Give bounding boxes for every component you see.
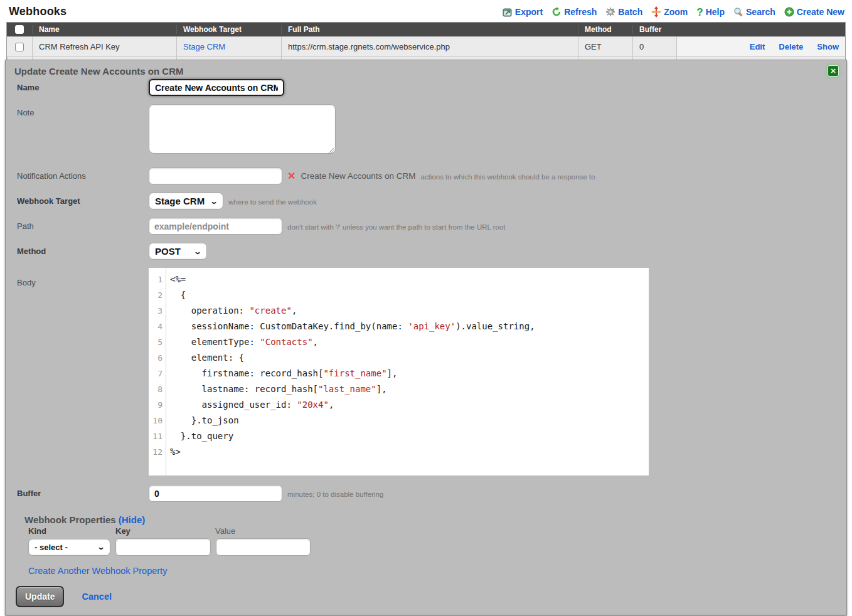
hide-properties-link[interactable]: (Hide) <box>119 514 146 525</box>
line-number: 1 <box>149 272 166 287</box>
webhooks-page: Webhooks Export Refresh Batch Zoom ? Hel… <box>0 0 852 616</box>
buffer-label: Buffer <box>17 485 149 498</box>
chevron-down-icon: ⌄ <box>210 197 218 206</box>
webhook-target-select[interactable]: Stage CRM ⌄ <box>149 193 223 210</box>
row-method: GET <box>578 37 632 56</box>
create-new-button[interactable]: Create New <box>784 7 844 17</box>
edit-link[interactable]: Edit <box>750 42 765 51</box>
line-number: 8 <box>149 381 166 397</box>
help-button[interactable]: ? Help <box>696 7 725 18</box>
webhooks-table: Name Webhook Target Full Path Method Buf… <box>6 22 846 60</box>
column-header-path: Full Path <box>281 25 578 34</box>
line-number: 2 <box>149 287 166 303</box>
refresh-button[interactable]: Refresh <box>551 7 597 17</box>
note-textarea[interactable] <box>149 104 336 154</box>
top-bar: Webhooks Export Refresh Batch Zoom ? Hel… <box>0 0 852 22</box>
cancel-link[interactable]: Cancel <box>82 592 112 602</box>
help-question-icon: ? <box>696 7 703 18</box>
line-number: 7 <box>149 366 166 381</box>
code-line[interactable]: elementType: "Contacts", <box>170 334 649 350</box>
row-buffer: 0 <box>632 37 676 56</box>
search-button[interactable]: Search <box>733 7 775 17</box>
zoom-arrows-icon <box>651 6 661 18</box>
column-header-method: Method <box>578 25 632 34</box>
batch-gear-icon <box>605 7 615 17</box>
update-webhook-panel: Update Create New Accounts on CRM ✕ Name… <box>5 60 847 615</box>
row-target-link[interactable]: Stage CRM <box>183 42 225 51</box>
column-header-target: Webhook Target <box>176 25 281 34</box>
code-line[interactable]: lastname: record_hash["last_name"], <box>170 381 649 397</box>
row-name: CRM Refresh API Key <box>32 37 176 56</box>
kind-label: Kind <box>28 526 115 536</box>
name-label: Name <box>17 79 149 92</box>
chevron-down-icon: ⌄ <box>193 247 201 256</box>
export-icon <box>503 8 513 17</box>
table-row: CRM Refresh API Key Stage CRM https://cr… <box>7 36 845 56</box>
column-header-name: Name <box>32 25 176 34</box>
page-title: Webhooks <box>9 5 67 18</box>
code-line[interactable]: <%= <box>170 272 649 287</box>
code-line[interactable]: element: { <box>170 350 649 366</box>
line-number: 9 <box>149 397 166 413</box>
panel-title: Update Create New Accounts on CRM <box>14 66 183 77</box>
code-content[interactable]: <%= { operation: "create", sessionName: … <box>166 268 649 475</box>
note-label: Note <box>17 104 149 117</box>
zoom-button[interactable]: Zoom <box>651 6 688 18</box>
value-label: Value <box>215 526 235 536</box>
select-all-checkbox[interactable] <box>15 25 24 34</box>
line-number-gutter: 123456789101112 <box>149 268 166 475</box>
path-hint: don't start with '/' unless you want the… <box>287 221 506 231</box>
toolbar: Export Refresh Batch Zoom ? Help Search <box>503 5 844 18</box>
webhook-properties-heading: Webhook Properties (Hide) <box>6 508 846 526</box>
show-link[interactable]: Show <box>817 42 839 51</box>
close-panel-button[interactable]: ✕ <box>828 65 839 77</box>
notification-action-selected: Create New Accounts on CRM <box>301 171 415 181</box>
buffer-input[interactable] <box>149 485 282 502</box>
row-checkbox[interactable] <box>15 43 24 51</box>
row-full-path: https://crm.stage.rgnets.com/webservice.… <box>281 37 578 56</box>
key-input[interactable] <box>115 538 211 556</box>
batch-button[interactable]: Batch <box>605 7 642 17</box>
notification-actions-label: Notification Actions <box>17 167 149 181</box>
code-line[interactable]: }.to_query <box>170 428 649 444</box>
create-new-plus-icon <box>784 7 794 17</box>
body-code-editor[interactable]: 123456789101112 <%= { operation: "create… <box>149 268 649 475</box>
code-line[interactable]: %> <box>170 444 649 460</box>
code-line[interactable]: operation: "create", <box>170 303 649 319</box>
table-header-row: Name Webhook Target Full Path Method Buf… <box>7 23 845 36</box>
code-line[interactable]: sessionName: CustomDataKey.find_by(name:… <box>170 319 649 334</box>
kind-select[interactable]: - select - ⌄ <box>28 539 110 556</box>
method-label: Method <box>17 243 149 256</box>
line-number: 3 <box>149 303 166 319</box>
line-number: 4 <box>149 319 166 334</box>
key-label: Key <box>115 526 215 536</box>
code-line[interactable]: firstname: record_hash["first_name"], <box>170 366 649 381</box>
method-select[interactable]: POST ⌄ <box>149 243 207 260</box>
value-input[interactable] <box>216 538 311 556</box>
path-label: Path <box>17 218 149 231</box>
line-number: 5 <box>149 334 166 350</box>
code-line[interactable]: }.to_json <box>170 413 649 428</box>
name-input[interactable] <box>149 79 284 96</box>
line-number: 11 <box>149 428 166 444</box>
search-magnifier-icon <box>733 7 743 17</box>
export-button[interactable]: Export <box>503 7 543 17</box>
notification-actions-hint: actions to which this webhook should be … <box>420 171 595 181</box>
table-row-stub <box>7 56 845 60</box>
line-number: 10 <box>149 413 166 428</box>
delete-link[interactable]: Delete <box>779 42 803 51</box>
column-header-buffer: Buffer <box>632 25 676 34</box>
notification-actions-input[interactable] <box>149 167 282 184</box>
line-number: 12 <box>149 444 166 460</box>
webhook-target-hint: where to send the webhook <box>228 196 317 206</box>
update-button[interactable]: Update <box>16 586 64 607</box>
chevron-down-icon: ⌄ <box>97 543 105 551</box>
body-label: Body <box>17 268 149 287</box>
path-input[interactable] <box>149 218 282 235</box>
buffer-hint: minutes; 0 to disable buffering <box>287 489 383 498</box>
remove-notification-action-icon[interactable]: ✕ <box>287 171 296 181</box>
code-line[interactable]: assigned_user_id: "20x4", <box>170 397 649 413</box>
create-another-webhook-property-link[interactable]: Create Another Webhook Property <box>28 566 846 576</box>
refresh-icon <box>551 7 562 17</box>
code-line[interactable]: { <box>170 287 649 303</box>
